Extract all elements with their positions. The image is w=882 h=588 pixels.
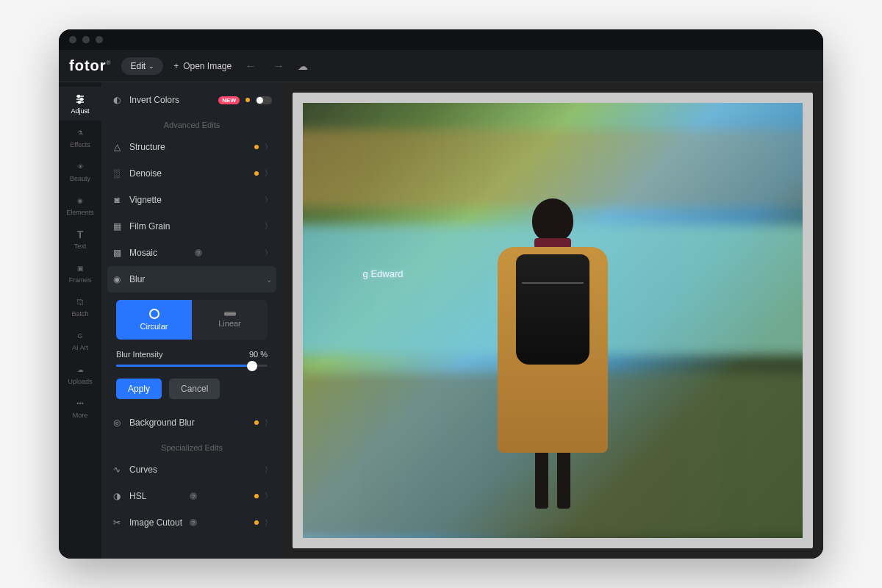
row-structure[interactable]: △ Structure 〉: [101, 134, 282, 160]
canvas-frame: g Edward: [293, 93, 813, 548]
person-leg: [535, 450, 548, 509]
titlebar: [59, 29, 823, 50]
sidebar-item-effects[interactable]: ⚗ Effects: [59, 121, 101, 154]
sidebar-item-uploads[interactable]: ☁ Uploads: [59, 357, 101, 391]
sidebar-item-elements[interactable]: ◉ Elements: [59, 188, 101, 222]
apply-button[interactable]: Apply: [116, 379, 162, 399]
edit-dropdown[interactable]: Edit ⌄: [121, 57, 163, 75]
person-leg: [557, 450, 570, 509]
row-label: Denoise: [129, 168, 254, 179]
blur-type-circular[interactable]: Circular: [116, 300, 192, 340]
premium-dot-icon: [254, 145, 259, 149]
row-curves[interactable]: ∿ Curves 〉: [101, 456, 282, 483]
window-close-dot[interactable]: [69, 36, 76, 43]
blur-type-linear[interactable]: Linear: [192, 300, 268, 340]
station-sign-text: g Edward: [363, 268, 404, 279]
flask-icon: ⚗: [74, 127, 86, 139]
help-icon[interactable]: ?: [195, 249, 202, 257]
upload-icon: ☁: [74, 364, 86, 376]
row-label: Background Blur: [129, 417, 254, 428]
sliders-icon: [74, 93, 86, 105]
circle-icon: [149, 309, 159, 319]
sidebar-label: AI Art: [72, 344, 88, 351]
row-label: Image Cutout: [129, 517, 187, 528]
linear-icon: [224, 312, 236, 316]
row-label: Invert Colors: [129, 95, 218, 105]
blur-type-segmented: Circular Linear: [116, 300, 268, 340]
section-advanced-edits: Advanced Edits: [101, 113, 282, 134]
sidebar-item-ai-art[interactable]: G AI Art: [59, 323, 101, 357]
grain-icon: ▦: [112, 221, 122, 232]
chevron-right-icon: 〉: [265, 168, 272, 179]
blur-icon: ◉: [112, 274, 122, 284]
row-denoise[interactable]: ░ Denoise 〉: [101, 160, 282, 187]
motion-streak: [303, 129, 803, 208]
edited-image[interactable]: g Edward: [303, 103, 803, 538]
row-label: Vignette: [129, 195, 265, 205]
chevron-down-icon: ⌄: [148, 62, 154, 70]
row-label: Blur: [129, 274, 266, 284]
row-invert-colors[interactable]: ◐ Invert Colors NEW: [101, 87, 282, 113]
sidebar-item-batch[interactable]: ⿻ Batch: [59, 290, 101, 323]
bg-blur-icon: ◎: [112, 417, 122, 428]
slider-fill: [116, 365, 252, 367]
invert-icon: ◐: [112, 95, 122, 105]
row-film-grain[interactable]: ▦ Film Grain 〉: [101, 213, 282, 240]
sidebar-label: Uploads: [68, 378, 92, 385]
chevron-right-icon: 〉: [265, 248, 272, 258]
app-window: fotor® Edit ⌄ + Open Image ← → ☁ Adjust …: [59, 29, 823, 559]
person-backpack: [516, 254, 589, 365]
app-body: Adjust ⚗ Effects 👁 Beauty ◉ Elements T T…: [59, 82, 823, 559]
person-head: [532, 198, 573, 243]
cloud-icon[interactable]: ☁: [298, 60, 308, 72]
window-min-dot[interactable]: [82, 36, 90, 43]
chevron-right-icon: 〉: [265, 465, 272, 475]
sidebar-item-frames[interactable]: ▣ Frames: [59, 256, 101, 290]
blur-intensity-slider[interactable]: [116, 365, 268, 367]
top-toolbar: fotor® Edit ⌄ + Open Image ← → ☁: [59, 50, 823, 82]
blur-options-panel: Circular Linear Blur Intensity 90 %: [101, 293, 282, 409]
undo-button[interactable]: ←: [242, 60, 259, 73]
premium-dot-icon: [254, 520, 259, 525]
slider-thumb[interactable]: [247, 361, 257, 371]
row-label: Mosaic: [129, 248, 192, 258]
row-label: HSL: [129, 491, 187, 501]
chevron-right-icon: 〉: [265, 491, 272, 501]
sidebar-item-more[interactable]: ••• More: [59, 391, 101, 425]
svg-point-4: [81, 98, 83, 100]
scissors-icon: ✂: [112, 517, 122, 528]
sidebar-item-adjust[interactable]: Adjust: [59, 87, 101, 121]
row-hsl[interactable]: ◑ HSL ? 〉: [101, 483, 282, 509]
row-blur[interactable]: ◉ Blur ⌄: [107, 266, 276, 293]
mosaic-icon: ▩: [112, 248, 122, 258]
help-icon[interactable]: ?: [190, 519, 197, 526]
row-mosaic[interactable]: ▩ Mosaic ? 〉: [101, 240, 282, 266]
help-icon[interactable]: ?: [190, 492, 197, 500]
seg-label: Linear: [218, 319, 241, 328]
sidebar-item-text[interactable]: T Text: [59, 222, 101, 256]
ai-icon: G: [74, 330, 86, 342]
sidebar-label: Adjust: [71, 107, 89, 115]
curves-icon: ∿: [112, 465, 122, 475]
chevron-right-icon: 〉: [265, 221, 272, 232]
sidebar-item-beauty[interactable]: 👁 Beauty: [59, 154, 101, 188]
redo-button[interactable]: →: [270, 60, 287, 73]
open-image-label: Open Image: [183, 61, 232, 71]
premium-dot-icon: [254, 494, 259, 498]
more-icon: •••: [74, 398, 86, 409]
denoise-icon: ░: [112, 168, 122, 179]
cancel-button[interactable]: Cancel: [169, 379, 220, 399]
open-image-button[interactable]: + Open Image: [173, 61, 232, 71]
chevron-right-icon: 〉: [265, 195, 272, 205]
person-figure: [487, 198, 619, 538]
window-max-dot[interactable]: [96, 36, 103, 43]
invert-toggle[interactable]: [256, 96, 272, 104]
row-background-blur[interactable]: ◎ Background Blur 〉: [101, 409, 282, 436]
chevron-right-icon: 〉: [265, 142, 272, 152]
sidebar-label: Effects: [70, 141, 90, 148]
premium-dot-icon: [254, 171, 259, 176]
text-icon: T: [74, 229, 86, 240]
row-vignette[interactable]: ◙ Vignette 〉: [101, 187, 282, 213]
row-image-cutout[interactable]: ✂ Image Cutout ? 〉: [101, 509, 282, 536]
row-label: Curves: [129, 465, 265, 475]
